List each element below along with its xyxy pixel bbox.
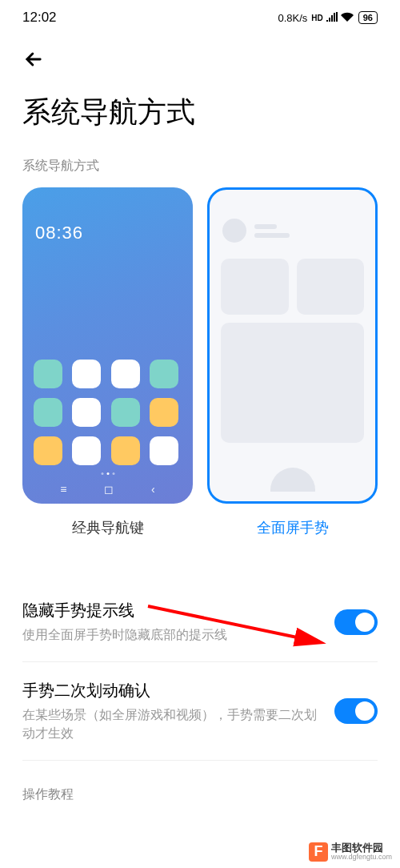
gesture-preview <box>207 187 378 504</box>
app-icon-grid <box>22 360 193 465</box>
preview-time: 08:36 <box>35 223 83 243</box>
signal-icon <box>326 11 338 24</box>
app-icon <box>150 436 178 465</box>
watermark-icon: F <box>309 842 328 862</box>
toggle-double-swipe[interactable] <box>334 698 378 724</box>
app-icon <box>150 360 178 388</box>
divider <box>22 760 378 761</box>
app-icon <box>150 398 178 427</box>
toggle-hide-hint[interactable] <box>334 609 378 635</box>
watermark-url: www.dgfengtu.com <box>331 854 392 862</box>
setting-title: 手势二次划动确认 <box>22 680 322 701</box>
classic-preview: 08:36 ≡ ◻ ‹ <box>22 187 193 504</box>
app-icon <box>34 398 62 427</box>
app-icon <box>111 436 140 465</box>
preview-blocks <box>221 259 364 453</box>
app-icon <box>111 398 140 427</box>
home-icon: ◻ <box>104 483 114 496</box>
gesture-label: 全面屏手势 <box>257 518 329 537</box>
classic-label: 经典导航键 <box>72 518 144 537</box>
preview-avatar <box>222 219 290 243</box>
divider <box>22 661 378 662</box>
app-icon <box>72 436 101 465</box>
classic-nav-bar: ≡ ◻ ‹ <box>22 483 193 496</box>
status-time: 12:02 <box>22 10 57 26</box>
back-nav-icon: ‹ <box>151 483 155 496</box>
hd-indicator: HD <box>311 14 322 22</box>
app-icon <box>34 360 62 388</box>
app-icon <box>34 436 62 465</box>
wifi-icon <box>341 11 354 24</box>
settings-list: 隐藏手势提示线 使用全面屏手势时隐藏底部的提示线 手势二次划动确认 在某些场景（… <box>0 537 400 761</box>
page-title: 系统导航方式 <box>0 86 400 158</box>
back-button[interactable] <box>0 32 400 86</box>
network-speed: 0.8K/s <box>278 12 307 24</box>
tutorial-section-label: 操作教程 <box>0 764 400 803</box>
nav-option-gesture[interactable]: 全面屏手势 <box>207 187 378 537</box>
navigation-options: 08:36 ≡ ◻ ‹ 经典导航键 <box>0 187 400 537</box>
app-icon <box>72 398 101 427</box>
page-indicator-dots <box>101 472 114 475</box>
setting-hide-gesture-hint[interactable]: 隐藏手势提示线 使用全面屏手势时隐藏底部的提示线 <box>22 585 378 658</box>
status-right: 0.8K/s HD 96 <box>278 11 378 24</box>
nav-option-classic[interactable]: 08:36 ≡ ◻ ‹ 经典导航键 <box>22 187 193 537</box>
setting-desc: 使用全面屏手势时隐藏底部的提示线 <box>22 626 322 644</box>
back-arrow-icon <box>22 48 45 70</box>
battery-indicator: 96 <box>358 11 378 24</box>
app-icon <box>111 360 140 388</box>
menu-icon: ≡ <box>60 483 66 496</box>
watermark-name: 丰图软件园 <box>331 842 392 854</box>
status-bar: 12:02 0.8K/s HD 96 <box>0 0 400 32</box>
watermark: F 丰图软件园 www.dgfengtu.com <box>309 842 392 862</box>
setting-desc: 在某些场景（如全屏游戏和视频），手势需要二次划动才生效 <box>22 706 322 742</box>
section-label: 系统导航方式 <box>0 158 400 187</box>
home-indicator <box>270 468 315 492</box>
setting-double-swipe[interactable]: 手势二次划动确认 在某些场景（如全屏游戏和视频），手势需要二次划动才生效 <box>22 665 378 757</box>
setting-title: 隐藏手势提示线 <box>22 600 322 621</box>
app-icon <box>72 360 101 388</box>
